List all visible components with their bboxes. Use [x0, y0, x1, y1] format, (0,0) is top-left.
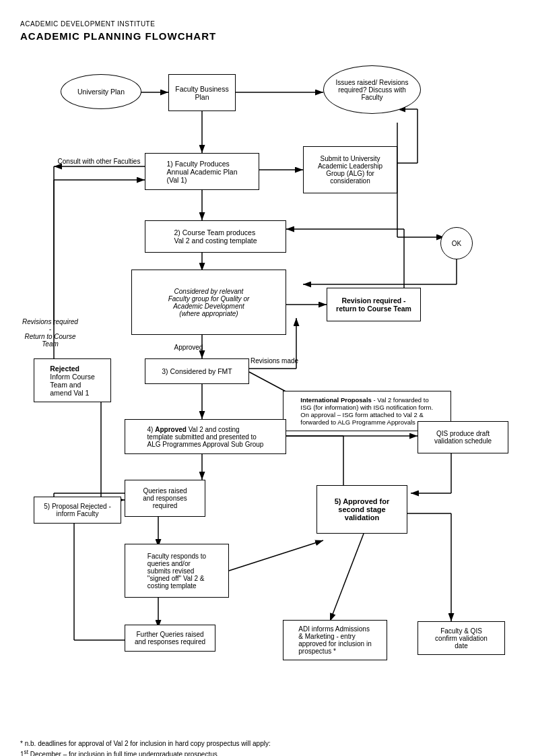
proposal-rejected-label: 5) Proposal Rejected -inform Faculty	[44, 503, 111, 517]
institute-label: ACADEMIC DEVELOPMENT INSTITUTE	[20, 20, 514, 28]
footnote-line2: 1st December – for inclusion in full tim…	[20, 749, 514, 756]
revision-required-ct-node: Revision required -return to Course Team	[327, 288, 421, 321]
consult-text: Consult with other Faculties	[58, 158, 141, 165]
faculty-business-plan-label: Faculty BusinessPlan	[175, 85, 228, 101]
qis-draft-label: QIS produce draftvalidation schedule	[434, 430, 492, 445]
footnote-line1: * n.b. deadlines for approval of Val 2 f…	[20, 740, 514, 747]
ok-circle-node: OK	[440, 227, 473, 259]
adi-informs-label: ADI informs Admissions& Marketing - entr…	[298, 625, 371, 655]
page-title: ACADEMIC PLANNING FLOWCHART	[20, 30, 514, 42]
further-queries-label: Further Queries raisedand responses requ…	[135, 631, 205, 645]
qis-draft-node: QIS produce draftvalidation schedule	[418, 421, 508, 453]
step2-label: 2) Course Team producesVal 2 and costing…	[174, 228, 257, 245]
international-proposals-label: International Proposals - Val 2 forwarde…	[300, 396, 434, 426]
university-plan-label: University Plan	[77, 88, 125, 96]
revisions-return-label: Revisions required -Return to CourseTeam	[22, 318, 79, 348]
further-queries-node: Further Queries raisedand responses requ…	[125, 625, 215, 652]
considered-faculty-label: Considered by relevantFaculty group for …	[168, 288, 250, 317]
queries-raised-label: Queries raisedand responsesrequired	[143, 487, 187, 509]
header: ACADEMIC DEVELOPMENT INSTITUTE ACADEMIC …	[20, 20, 514, 42]
revisions-return-text: Revisions required -Return to CourseTeam	[22, 318, 78, 348]
step3-node: 3) Considered by FMT	[145, 358, 249, 384]
step1-label: 1) Faculty ProducesAnnual Academic Plan(…	[166, 160, 237, 184]
queries-raised-node: Queries raisedand responsesrequired	[125, 480, 205, 517]
consult-label: Consult with other Faculties	[55, 158, 143, 165]
ok-label: OK	[452, 240, 461, 247]
approved-text: Approved	[174, 344, 203, 351]
revisions-made-text: Revisions made	[251, 357, 298, 365]
issues-raised-label: Issues raised/ Revisionsrequired? Discus…	[336, 79, 409, 101]
step4-label: 4) Approved Val 2 and costingtemplate su…	[147, 426, 264, 448]
issues-raised-node: Issues raised/ Revisionsrequired? Discus…	[323, 65, 421, 114]
revision-required-ct-label: Revision required -return to Course Team	[336, 296, 411, 313]
step4-node: 4) Approved Val 2 and costingtemplate su…	[125, 419, 286, 454]
step1-node: 1) Faculty ProducesAnnual Academic Plan(…	[145, 153, 259, 190]
faculty-qis-label: Faculty & QISconfirm validationdate	[435, 627, 488, 650]
approved-label: Approved	[168, 344, 209, 351]
step5-approved-label: 5) Approved forsecond stagevalidation	[335, 497, 390, 522]
rejected-label: RejectedInform CourseTeam andamend Val 1	[50, 365, 95, 397]
considered-faculty-node: Considered by relevantFaculty group for …	[131, 270, 286, 335]
university-plan-node: University Plan	[61, 74, 141, 109]
faculty-responds-node: Faculty responds toqueries and/orsubmits…	[125, 544, 229, 598]
adi-informs-node: ADI informs Admissions& Marketing - entr…	[283, 620, 387, 660]
revisions-made-label: Revisions made	[249, 357, 300, 365]
proposal-rejected-node: 5) Proposal Rejected -inform Faculty	[34, 497, 121, 524]
svg-line-48	[330, 534, 364, 621]
faculty-qis-node: Faculty & QISconfirm validationdate	[418, 621, 505, 655]
submit-alg-node: Submit to UniversityAcademic LeadershipG…	[303, 146, 397, 193]
rejected-node: RejectedInform CourseTeam andamend Val 1	[34, 358, 111, 402]
flowchart: University Plan Faculty BusinessPlan Iss…	[20, 55, 514, 729]
submit-alg-label: Submit to UniversityAcademic LeadershipG…	[318, 155, 382, 185]
faculty-business-plan-node: Faculty BusinessPlan	[168, 74, 236, 111]
svg-line-43	[229, 540, 323, 571]
faculty-responds-label: Faculty responds toqueries and/orsubmits…	[147, 553, 206, 590]
step2-node: 2) Course Team producesVal 2 and costing…	[145, 220, 286, 253]
step5-approved-node: 5) Approved forsecond stagevalidation	[316, 485, 407, 534]
footnote: * n.b. deadlines for approval of Val 2 f…	[20, 740, 514, 756]
step3-label: 3) Considered by FMT	[162, 367, 232, 375]
